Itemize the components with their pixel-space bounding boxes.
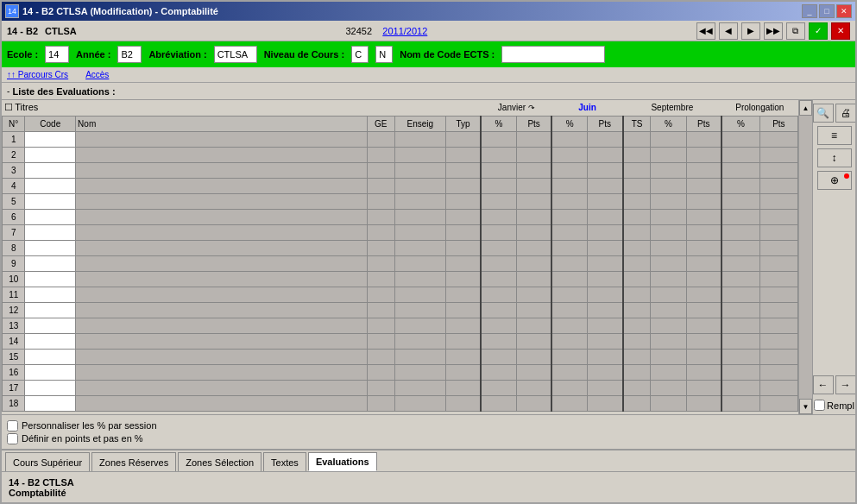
row-nom[interactable] (76, 255, 368, 271)
row-sep-pct[interactable] (651, 271, 686, 287)
nav-first-button[interactable]: ◀◀ (696, 22, 715, 40)
row-jun-pts[interactable] (588, 333, 623, 349)
close-button[interactable]: ✕ (836, 4, 852, 18)
row-sep-pts[interactable] (686, 333, 722, 349)
row-jan-pct[interactable] (481, 287, 516, 302)
row-code[interactable] (25, 255, 76, 271)
row-sep-pts[interactable] (686, 349, 722, 364)
row-jun-pts[interactable] (588, 302, 623, 318)
row-jan-pts[interactable] (516, 287, 551, 302)
row-typ[interactable] (445, 209, 481, 224)
table-row[interactable]: 9 (3, 255, 798, 271)
scroll-up-button[interactable]: ▲ (799, 100, 812, 116)
row-jun-pct[interactable] (551, 255, 587, 271)
niveau-input[interactable] (351, 46, 369, 63)
dot-icon-button[interactable]: ⊕ (817, 171, 852, 190)
nav-confirm-button[interactable]: ✓ (809, 22, 828, 40)
row-jan-pct[interactable] (481, 224, 516, 240)
row-jun-pct[interactable] (551, 287, 587, 302)
row-code[interactable] (25, 395, 76, 411)
row-code[interactable] (25, 380, 76, 395)
table-row[interactable]: 13 (3, 318, 798, 333)
row-jun-pct[interactable] (551, 162, 587, 178)
row-typ[interactable] (445, 193, 481, 209)
row-nom[interactable] (76, 178, 368, 193)
toolbar-year[interactable]: 2011/2012 (382, 26, 427, 36)
row-sep-pts[interactable] (686, 302, 722, 318)
row-sep-pct[interactable] (651, 364, 686, 380)
nav-copy-button[interactable]: ⧉ (786, 22, 805, 40)
row-jun-pts[interactable] (588, 131, 623, 147)
row-pro-pct[interactable] (722, 318, 759, 333)
row-sep-pts[interactable] (686, 147, 722, 162)
row-enseig[interactable] (394, 147, 445, 162)
row-jan-pts[interactable] (516, 209, 551, 224)
row-jun-pts[interactable] (588, 395, 623, 411)
sort-icon-button[interactable]: ↕ (817, 148, 852, 167)
table-row[interactable]: 4 (3, 178, 798, 193)
row-jan-pct[interactable] (481, 318, 516, 333)
row-pro-pts[interactable] (759, 178, 797, 193)
row-jan-pct[interactable] (481, 240, 516, 255)
row-jan-pts[interactable] (516, 240, 551, 255)
row-sep-pct[interactable] (651, 255, 686, 271)
arrow-right-button[interactable]: → (835, 375, 856, 394)
nav-prev-button[interactable]: ◀ (719, 22, 738, 40)
row-pro-pct[interactable] (722, 147, 759, 162)
tab-cours-sup[interactable]: Cours Supérieur (5, 452, 90, 471)
row-nom[interactable] (76, 380, 368, 395)
row-jan-pct[interactable] (481, 380, 516, 395)
row-sep-pct[interactable] (651, 349, 686, 364)
row-pro-pts[interactable] (759, 302, 797, 318)
row-code[interactable] (25, 178, 76, 193)
row-jan-pts[interactable] (516, 147, 551, 162)
row-code[interactable] (25, 193, 76, 209)
row-enseig[interactable] (394, 395, 445, 411)
row-pro-pts[interactable] (759, 147, 797, 162)
row-jan-pts[interactable] (516, 224, 551, 240)
row-sep-pts[interactable] (686, 162, 722, 178)
row-code[interactable] (25, 318, 76, 333)
row-jun-pts[interactable] (588, 224, 623, 240)
row-ge[interactable] (367, 147, 394, 162)
row-pro-pts[interactable] (759, 193, 797, 209)
row-typ[interactable] (445, 178, 481, 193)
row-ts[interactable] (623, 287, 651, 302)
row-ge[interactable] (367, 255, 394, 271)
table-row[interactable]: 14 (3, 333, 798, 349)
row-nom[interactable] (76, 364, 368, 380)
row-ts[interactable] (623, 271, 651, 287)
row-jun-pts[interactable] (588, 287, 623, 302)
row-enseig[interactable] (394, 287, 445, 302)
row-ts[interactable] (623, 240, 651, 255)
row-jan-pct[interactable] (481, 364, 516, 380)
row-jan-pts[interactable] (516, 395, 551, 411)
titres-checkbox[interactable]: ☐ (4, 102, 13, 112)
row-jun-pts[interactable] (588, 193, 623, 209)
row-sep-pct[interactable] (651, 162, 686, 178)
row-jun-pct[interactable] (551, 302, 587, 318)
row-jun-pts[interactable] (588, 380, 623, 395)
row-sep-pct[interactable] (651, 287, 686, 302)
nav-cancel-button[interactable]: ✕ (831, 22, 850, 40)
row-pro-pct[interactable] (722, 224, 759, 240)
row-nom[interactable] (76, 349, 368, 364)
row-typ[interactable] (445, 349, 481, 364)
list-icon-button[interactable]: ≡ (817, 126, 852, 145)
row-pro-pct[interactable] (722, 271, 759, 287)
row-enseig[interactable] (394, 318, 445, 333)
row-jan-pct[interactable] (481, 209, 516, 224)
row-ge[interactable] (367, 318, 394, 333)
row-jun-pts[interactable] (588, 209, 623, 224)
row-typ[interactable] (445, 395, 481, 411)
row-ge[interactable] (367, 349, 394, 364)
row-sep-pts[interactable] (686, 271, 722, 287)
row-ge[interactable] (367, 178, 394, 193)
row-pro-pts[interactable] (759, 318, 797, 333)
row-sep-pct[interactable] (651, 193, 686, 209)
row-jan-pct[interactable] (481, 162, 516, 178)
row-ts[interactable] (623, 162, 651, 178)
row-sep-pts[interactable] (686, 131, 722, 147)
row-typ[interactable] (445, 287, 481, 302)
row-pro-pct[interactable] (722, 131, 759, 147)
